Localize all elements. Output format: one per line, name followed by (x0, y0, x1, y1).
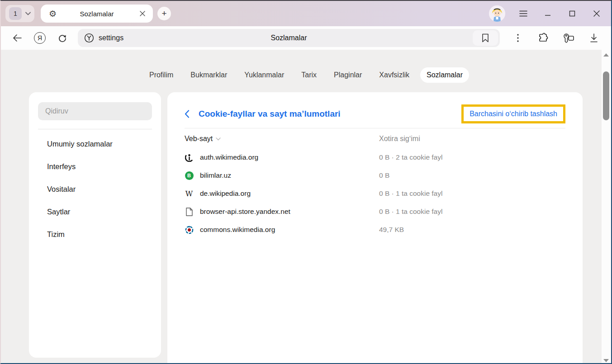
sidebar-item-vositalar[interactable]: Vositalar (38, 180, 152, 199)
tab-tarix[interactable]: Tarix (295, 67, 323, 83)
password-manager-icon[interactable] (558, 29, 579, 47)
table-row[interactable]: W de.wikipedia.org 0 B · 1 ta cookie fay… (185, 184, 565, 203)
minimize-button[interactable] (541, 7, 554, 20)
column-site[interactable]: Veb-sayt (185, 135, 379, 143)
tab-xavfsizlik[interactable]: Xavfsizlik (373, 67, 416, 83)
table-row[interactable]: auth.wikimedia.org 0 B · 2 ta cookie fay… (185, 148, 565, 166)
downloads-icon[interactable] (583, 29, 605, 47)
tab-profilim[interactable]: Profilim (143, 67, 180, 83)
refresh-icon[interactable] (52, 29, 72, 47)
tab-plaginlar[interactable]: Plaginlar (327, 67, 368, 83)
page-scrollbar[interactable] (602, 50, 611, 364)
tab-bukmarklar[interactable]: Bukmarklar (184, 67, 233, 83)
titlebar: 1 ⚙ Sozlamalar + (1, 1, 611, 26)
back-icon[interactable] (7, 29, 27, 47)
tab-title: Sozlamalar (41, 10, 153, 18)
tab-count-badge[interactable]: 1 (9, 7, 22, 20)
settings-sidebar: Umumiy sozlamalar Interfeys Vositalar Sa… (29, 92, 161, 358)
tab-counter[interactable]: 1 (5, 5, 34, 22)
settings-page: Profilim Bukmarklar Yuklanmalar Tarix Pl… (1, 50, 611, 364)
page-icon (185, 207, 194, 216)
header-divider (185, 128, 565, 128)
back-chevron-icon[interactable] (185, 110, 190, 118)
new-tab-button[interactable]: + (157, 7, 171, 20)
scroll-up-icon[interactable] (603, 53, 609, 57)
bilimlar-icon: B (185, 171, 194, 180)
sidebar-item-saytlar[interactable]: Saytlar (38, 203, 152, 221)
wikipedia-icon: W (185, 189, 194, 198)
sidebar-item-tizim[interactable]: Tizim (38, 225, 152, 244)
site-domain: auth.wikimedia.org (200, 153, 258, 161)
tab-yuklanmalar[interactable]: Yuklanmalar (238, 67, 290, 83)
site-size: 0 B (379, 171, 565, 180)
menu-icon[interactable] (517, 7, 530, 20)
panel-title: Cookie-fayllar va sayt ma’lumotlari (199, 109, 341, 119)
toolbar: Я settings Sozlamalar (1, 26, 611, 50)
address-bar[interactable]: settings Sozlamalar (78, 29, 500, 47)
sidebar-divider (38, 129, 152, 129)
site-size: 0 B · 2 ta cookie fayl (379, 153, 565, 161)
site-domain: commons.wikimedia.org (200, 226, 275, 234)
chevron-down-icon[interactable] (25, 12, 31, 15)
site-size: 0 B · 1 ta cookie fayl (379, 189, 565, 198)
commons-icon (185, 225, 194, 234)
bookmark-icon[interactable] (473, 30, 498, 46)
extensions-icon[interactable] (532, 29, 554, 47)
tab-close-icon[interactable] (138, 9, 147, 19)
kebab-menu-icon[interactable] (507, 29, 529, 47)
column-size: Xotira sigʻimi (379, 135, 565, 143)
sidebar-item-umumiy-sozlamalar[interactable]: Umumiy sozlamalar (38, 135, 152, 153)
tab-sozlamalar[interactable]: ⚙ Sozlamalar (41, 5, 153, 23)
table-row[interactable]: browser-api.store.yandex.net 0 B · 1 ta … (185, 203, 565, 221)
sort-chevron-icon[interactable] (216, 137, 221, 141)
site-domain: browser-api.store.yandex.net (200, 208, 290, 216)
table-row[interactable]: B bilimlar.uz 0 B (185, 166, 565, 184)
search-input[interactable] (38, 102, 152, 120)
cookies-panel: Cookie-fayllar va sayt ma’lumotlari Barc… (167, 92, 583, 364)
settings-nav-tabs: Profilim Bukmarklar Yuklanmalar Tarix Pl… (1, 50, 611, 83)
scrollbar-thumb[interactable] (603, 71, 609, 120)
page-title: Sozlamalar (78, 34, 500, 42)
delete-all-button[interactable]: Barchasini oʻchirib tashlash (470, 110, 557, 118)
user-avatar[interactable] (489, 5, 505, 22)
maximize-button[interactable] (566, 7, 579, 20)
table-header: Veb-sayt Xotira sigʻimi (185, 129, 565, 148)
scroll-down-icon[interactable] (603, 359, 609, 362)
site-domain: de.wikipedia.org (200, 189, 251, 198)
site-size: 0 B · 1 ta cookie fayl (379, 208, 565, 216)
close-window-button[interactable] (590, 7, 603, 20)
site-domain: bilimlar.uz (200, 171, 231, 180)
browser-window: 1 ⚙ Sozlamalar + (0, 0, 612, 364)
site-size: 49,7 KB (379, 226, 565, 234)
wikimedia-icon (185, 153, 194, 162)
sidebar-item-interfeys[interactable]: Interfeys (38, 157, 152, 176)
highlight-annotation-box: Barchasini oʻchirib tashlash (461, 104, 565, 123)
table-row[interactable]: commons.wikimedia.org 49,7 KB (185, 221, 565, 239)
yandex-logo-icon[interactable]: Я (30, 29, 50, 47)
tab-sozlamalar-active[interactable]: Sozlamalar (420, 67, 469, 83)
